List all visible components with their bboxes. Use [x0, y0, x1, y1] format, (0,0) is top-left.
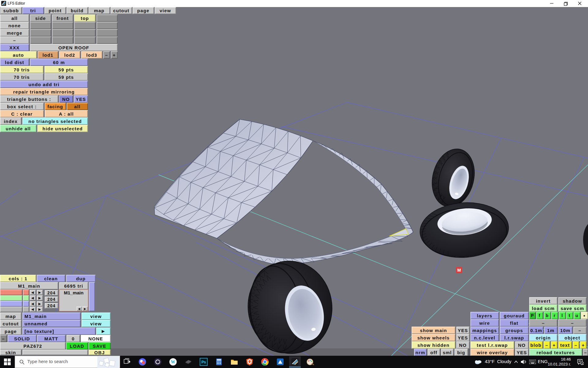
svg-text:W: W: [171, 360, 175, 364]
svg-text:M: M: [457, 268, 461, 273]
svg-text:Ps: Ps: [202, 360, 206, 364]
svg-text:4: 4: [581, 362, 583, 365]
